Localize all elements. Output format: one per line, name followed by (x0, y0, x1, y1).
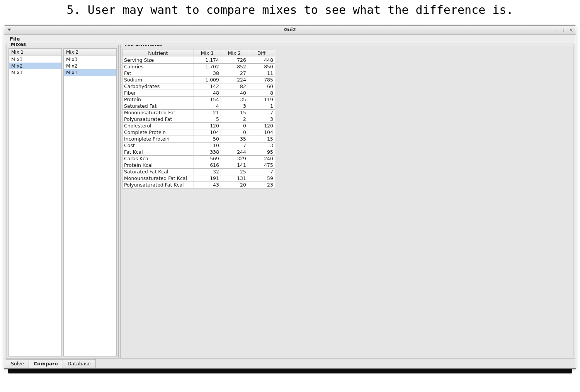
cell-mix1: 1,009 (194, 76, 221, 83)
mix1-listbox[interactable]: Mix3Mix2Mix1 (9, 56, 61, 356)
window-close-button[interactable]: × (569, 27, 573, 32)
menu-file[interactable]: File (7, 35, 23, 42)
cell-mix1: 48 (194, 90, 221, 96)
list-item[interactable]: Mix3 (64, 56, 116, 63)
table-row[interactable]: Polyunsaturated Fat523 (122, 116, 275, 122)
list-item[interactable]: Mix3 (9, 56, 61, 63)
mix2-list: Mix 2 Mix3Mix2Mix1 (63, 48, 117, 356)
cell-mix2: 131 (221, 175, 248, 182)
tab-compare[interactable]: Compare (29, 359, 63, 368)
cell-nutrient: Protein (122, 96, 194, 103)
list-item[interactable]: Mix2 (9, 63, 61, 69)
window-maximize-button[interactable]: + (561, 27, 565, 32)
cell-mix1: 43 (194, 182, 221, 188)
cell-nutrient: Protein Kcal (122, 162, 194, 168)
cell-mix1: 154 (194, 96, 221, 103)
table-row[interactable]: Carbohydrates1428260 (122, 83, 275, 90)
mix2-listbox[interactable]: Mix3Mix2Mix1 (64, 56, 116, 356)
window-menu-icon[interactable] (7, 29, 11, 31)
list-item[interactable]: Mix1 (64, 69, 116, 76)
cell-mix1: 50 (194, 136, 221, 142)
mix1-list-header[interactable]: Mix 1 (9, 49, 61, 56)
table-row[interactable]: Saturated Fat431 (122, 103, 275, 109)
diff-header-diff[interactable]: Diff (248, 49, 275, 57)
table-row[interactable]: Calories1,702852850 (122, 63, 275, 70)
cell-mix2: 244 (221, 149, 248, 155)
cell-diff: 23 (248, 182, 275, 188)
bottom-tabstrip: SolveCompareDatabase (4, 358, 576, 368)
cell-nutrient: Saturated Fat (122, 103, 194, 109)
window-titlebar[interactable]: Gui2 − + × (4, 25, 576, 35)
cell-mix2: 35 (221, 96, 248, 103)
cell-nutrient: Cholesterol (122, 122, 194, 129)
mix-difference-group-title: Mix Difference (123, 45, 164, 47)
cell-diff: 119 (248, 96, 275, 103)
cell-nutrient: Cost (122, 142, 194, 149)
diff-header-mix2[interactable]: Mix 2 (221, 49, 248, 57)
window-minimize-button[interactable]: − (553, 27, 557, 32)
cell-nutrient: Fat (122, 70, 194, 76)
table-row[interactable]: Cost1073 (122, 142, 275, 149)
mix-difference-group: Mix Difference Nutrient Mix 1 Mix 2 Diff… (120, 45, 573, 358)
list-item[interactable]: Mix2 (64, 63, 116, 69)
table-row[interactable]: Protein Kcal616141475 (122, 162, 275, 168)
mix2-list-header[interactable]: Mix 2 (64, 49, 116, 56)
cell-mix1: 32 (194, 168, 221, 175)
table-row[interactable]: Fat382711 (122, 70, 275, 76)
cell-diff: 3 (248, 116, 275, 122)
cell-diff: 8 (248, 90, 275, 96)
cell-mix2: 224 (221, 76, 248, 83)
cell-nutrient: Polyunsaturated Fat Kcal (122, 182, 194, 188)
list-item[interactable]: Mix1 (9, 69, 61, 76)
cell-mix1: 38 (194, 70, 221, 76)
cell-mix2: 0 (221, 129, 248, 136)
cell-mix2: 726 (221, 57, 248, 63)
cell-diff: 3 (248, 142, 275, 149)
diff-header-mix1[interactable]: Mix 1 (194, 49, 221, 57)
cell-diff: 7 (248, 168, 275, 175)
diff-header-nutrient[interactable]: Nutrient (122, 49, 194, 57)
cell-mix2: 20 (221, 182, 248, 188)
cell-nutrient: Saturated Fat Kcal (122, 168, 194, 175)
cell-mix2: 852 (221, 63, 248, 70)
cell-nutrient: Fiber (122, 90, 194, 96)
cell-diff: 15 (248, 136, 275, 142)
cell-nutrient: Monounsaturated Fat Kcal (122, 175, 194, 182)
table-row[interactable]: Serving Size1,174726448 (122, 57, 275, 63)
cell-nutrient: Incomplete Protein (122, 136, 194, 142)
cell-mix1: 616 (194, 162, 221, 168)
cell-nutrient: Polyunsaturated Fat (122, 116, 194, 122)
table-row[interactable]: Saturated Fat Kcal32257 (122, 168, 275, 175)
table-row[interactable]: Complete Protein1040104 (122, 129, 275, 136)
table-row[interactable]: Fiber48408 (122, 90, 275, 96)
cell-mix2: 329 (221, 155, 248, 162)
table-row[interactable]: Incomplete Protein503515 (122, 136, 275, 142)
cell-diff: 850 (248, 63, 275, 70)
mixes-group: Mixes Mix 1 Mix3Mix2Mix1 Mix 2 Mix3Mix2M… (7, 45, 119, 358)
page-heading: 5. User may want to compare mixes to see… (0, 0, 580, 25)
table-row[interactable]: Monounsaturated Fat21157 (122, 109, 275, 116)
cell-nutrient: Serving Size (122, 57, 194, 63)
table-row[interactable]: Sodium1,009224785 (122, 76, 275, 83)
cell-mix1: 120 (194, 122, 221, 129)
cell-diff: 104 (248, 129, 275, 136)
cell-diff: 95 (248, 149, 275, 155)
cell-mix1: 1,174 (194, 57, 221, 63)
table-row[interactable]: Cholesterol1200120 (122, 122, 275, 129)
cell-diff: 60 (248, 83, 275, 90)
table-row[interactable]: Polyunsaturated Fat Kcal432023 (122, 182, 275, 188)
table-row[interactable]: Protein15435119 (122, 96, 275, 103)
cell-nutrient: Carbohydrates (122, 83, 194, 90)
cell-nutrient: Carbs Kcal (122, 155, 194, 162)
cell-mix1: 5 (194, 116, 221, 122)
cell-mix2: 141 (221, 162, 248, 168)
cell-mix1: 191 (194, 175, 221, 182)
cell-nutrient: Complete Protein (122, 129, 194, 136)
table-row[interactable]: Monounsaturated Fat Kcal19113159 (122, 175, 275, 182)
tab-solve[interactable]: Solve (6, 359, 29, 368)
table-row[interactable]: Fat Kcal33824495 (122, 149, 275, 155)
cell-mix2: 0 (221, 122, 248, 129)
tab-database[interactable]: Database (63, 359, 96, 368)
cell-mix2: 15 (221, 109, 248, 116)
table-row[interactable]: Carbs Kcal569329240 (122, 155, 275, 162)
